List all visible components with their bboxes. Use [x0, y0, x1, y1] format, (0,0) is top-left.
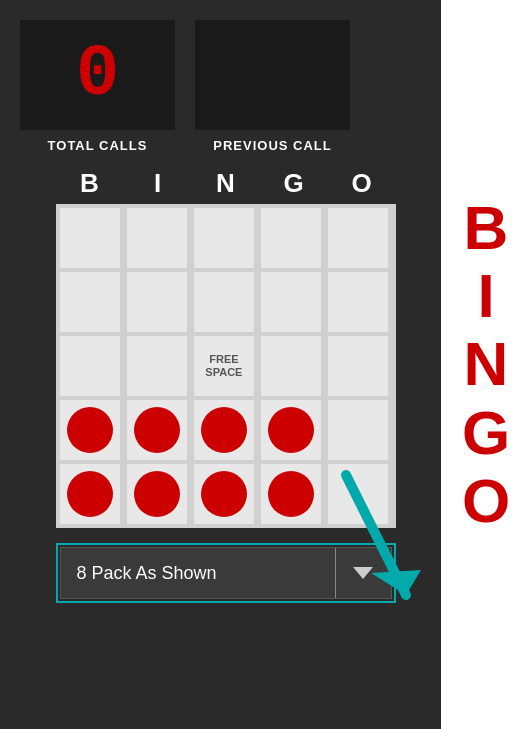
- table-row[interactable]: [328, 464, 388, 524]
- table-row[interactable]: [127, 272, 187, 332]
- dropdown-toggle-button[interactable]: [336, 548, 391, 598]
- free-space-cell: FREESPACE: [194, 336, 254, 396]
- table-row[interactable]: [194, 464, 254, 524]
- total-calls-display: 0: [20, 20, 175, 130]
- left-panel: 0 TOTAL CALLS PREVIOUS CALL B I N G O: [0, 0, 441, 729]
- bingo-header-o: O: [332, 168, 392, 199]
- bingo-grid-container: FREESPACE: [56, 204, 396, 528]
- table-row[interactable]: [194, 272, 254, 332]
- table-row[interactable]: [194, 400, 254, 460]
- pack-dropdown-label: 8 Pack As Shown: [61, 549, 335, 598]
- bingo-header-row: B I N G O: [56, 168, 396, 199]
- table-row[interactable]: [60, 336, 120, 396]
- chevron-down-icon: [353, 567, 373, 579]
- right-panel-o: O: [462, 467, 510, 535]
- bingo-header-b: B: [60, 168, 120, 199]
- table-row[interactable]: [328, 336, 388, 396]
- previous-call-display: [195, 20, 350, 130]
- table-row[interactable]: [60, 464, 120, 524]
- right-panel-n: N: [464, 330, 509, 398]
- table-row[interactable]: [261, 400, 321, 460]
- total-calls-label: TOTAL CALLS: [48, 138, 148, 153]
- pack-dropdown[interactable]: 8 Pack As Shown: [60, 547, 392, 599]
- table-row[interactable]: [328, 400, 388, 460]
- bingo-header-g: G: [264, 168, 324, 199]
- right-panel-g: G: [462, 399, 510, 467]
- table-row[interactable]: [60, 208, 120, 268]
- bingo-header-i: I: [128, 168, 188, 199]
- table-row[interactable]: [328, 208, 388, 268]
- table-row[interactable]: [261, 464, 321, 524]
- table-row[interactable]: [127, 336, 187, 396]
- right-panel-b: B: [464, 194, 509, 262]
- table-row[interactable]: [328, 272, 388, 332]
- previous-call-card: PREVIOUS CALL: [195, 20, 350, 153]
- table-row[interactable]: [127, 208, 187, 268]
- bingo-header-n: N: [196, 168, 256, 199]
- table-row[interactable]: [60, 400, 120, 460]
- total-calls-value: 0: [76, 34, 119, 116]
- table-row[interactable]: [127, 464, 187, 524]
- right-panel-bingo: B I N G O: [441, 0, 531, 729]
- previous-call-label: PREVIOUS CALL: [213, 138, 331, 153]
- total-calls-card: 0 TOTAL CALLS: [20, 20, 175, 153]
- table-row[interactable]: [261, 272, 321, 332]
- main-content: 0 TOTAL CALLS PREVIOUS CALL B I N G O: [0, 0, 531, 729]
- table-row[interactable]: [261, 208, 321, 268]
- table-row[interactable]: [261, 336, 321, 396]
- pack-dropdown-container: 8 Pack As Shown: [56, 543, 396, 603]
- bingo-grid: FREESPACE: [60, 208, 392, 524]
- table-row[interactable]: [60, 272, 120, 332]
- table-row[interactable]: [127, 400, 187, 460]
- score-row: 0 TOTAL CALLS PREVIOUS CALL: [20, 20, 431, 153]
- right-panel-i: I: [477, 262, 494, 330]
- table-row[interactable]: [194, 208, 254, 268]
